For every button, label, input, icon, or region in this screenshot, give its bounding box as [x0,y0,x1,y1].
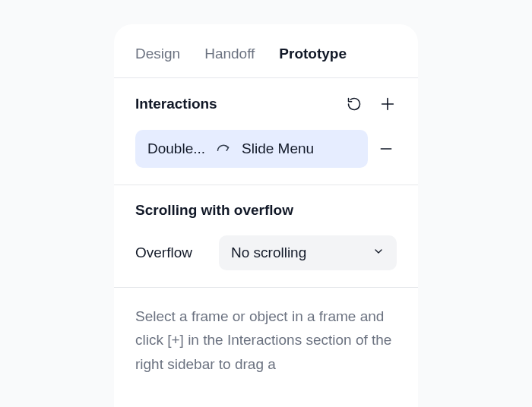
add-interaction-icon[interactable] [378,95,397,113]
panel-tabs: Design Handoff Prototype [114,24,418,78]
interactions-section: Interactions Double... [114,78,418,185]
remove-interaction-icon[interactable] [377,140,395,158]
tab-prototype[interactable]: Prototype [279,46,347,62]
scrolling-title: Scrolling with overflow [135,202,397,219]
interactions-actions [345,95,397,113]
prototype-panel: Design Handoff Prototype Interactions [114,24,418,407]
overflow-label: Overflow [135,245,204,261]
overflow-selected-value: No scrolling [231,245,306,261]
tab-design[interactable]: Design [135,46,180,62]
interaction-trigger-label: Double... [147,140,205,157]
interactions-title: Interactions [135,96,217,112]
interaction-row: Double... Slide Menu [135,130,397,168]
tab-handoff[interactable]: Handoff [204,46,255,62]
help-section: Select a frame or object in a frame and … [114,288,418,393]
help-text: Select a frame or object in a frame and … [135,304,397,376]
overflow-row: Overflow No scrolling [135,235,397,270]
interactions-header: Interactions [135,95,397,113]
reset-icon[interactable] [345,95,363,113]
scrolling-section: Scrolling with overflow Overflow No scro… [114,185,418,288]
interaction-target-label: Slide Menu [242,140,314,157]
interaction-item[interactable]: Double... Slide Menu [135,130,368,168]
chevron-down-icon [372,245,385,261]
arrow-right-icon [216,140,231,157]
overflow-select[interactable]: No scrolling [219,235,397,270]
